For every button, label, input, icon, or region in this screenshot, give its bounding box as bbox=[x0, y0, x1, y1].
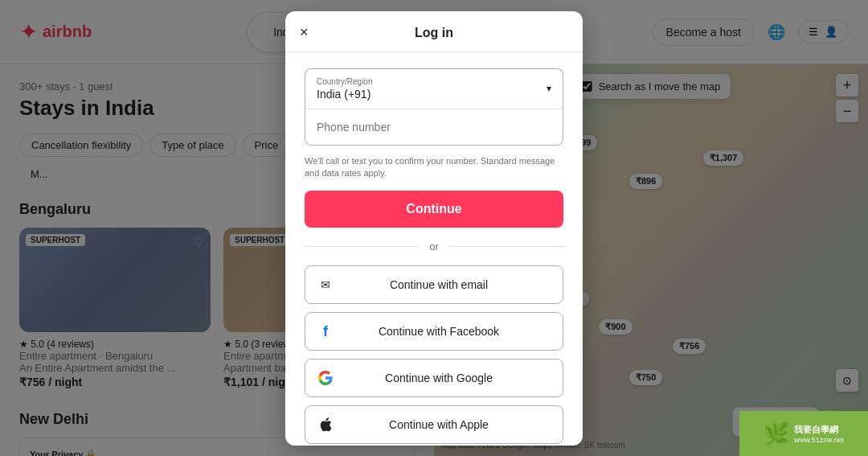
phone-input[interactable] bbox=[305, 109, 563, 146]
country-label: Country/Region bbox=[317, 77, 372, 86]
apple-icon bbox=[317, 416, 334, 433]
continue-google-label: Continue with Google bbox=[344, 372, 534, 384]
divider-line-right bbox=[448, 246, 563, 247]
continue-email-label: Continue with email bbox=[344, 278, 534, 291]
watermark: 🌿 我要自學網 www.51zxw.net bbox=[739, 411, 868, 456]
phone-hint: We'll call or text you to confirm your n… bbox=[305, 155, 563, 180]
watermark-line2: www.51zxw.net bbox=[794, 436, 844, 444]
continue-button[interactable]: Continue bbox=[305, 191, 563, 228]
login-modal: × Log in Country/Region India (+91) ▾ We… bbox=[285, 11, 583, 446]
country-select[interactable]: Country/Region India (+91) ▾ bbox=[305, 68, 563, 109]
modal-title: Log in bbox=[415, 26, 453, 40]
chevron-down-icon: ▾ bbox=[547, 83, 551, 94]
google-icon bbox=[317, 369, 334, 387]
continue-apple-button[interactable]: Continue with Apple bbox=[305, 405, 563, 444]
continue-facebook-button[interactable]: f Continue with Facebook bbox=[305, 312, 563, 351]
continue-facebook-label: Continue with Facebook bbox=[344, 325, 534, 338]
continue-google-button[interactable]: Continue with Google bbox=[305, 359, 563, 397]
divider: or bbox=[305, 240, 563, 253]
continue-apple-label: Continue with Apple bbox=[344, 418, 534, 431]
divider-line-left bbox=[305, 246, 420, 247]
watermark-icon: 🌿 bbox=[764, 421, 789, 446]
modal-close-button[interactable]: × bbox=[298, 23, 310, 43]
facebook-icon: f bbox=[317, 322, 334, 340]
email-icon: ✉ bbox=[317, 276, 334, 294]
modal-overlay[interactable]: × Log in Country/Region India (+91) ▾ We… bbox=[0, 0, 868, 456]
divider-text: or bbox=[429, 240, 439, 253]
modal-body: Country/Region India (+91) ▾ We'll call … bbox=[285, 52, 583, 446]
country-value: India (+91) bbox=[317, 88, 372, 101]
watermark-text-area: 我要自學網 www.51zxw.net bbox=[794, 424, 844, 444]
modal-header: × Log in bbox=[285, 11, 583, 52]
continue-email-button[interactable]: ✉ Continue with email bbox=[305, 265, 563, 304]
watermark-line1: 我要自學網 bbox=[794, 424, 844, 436]
country-form-group: Country/Region India (+91) ▾ bbox=[305, 68, 563, 146]
